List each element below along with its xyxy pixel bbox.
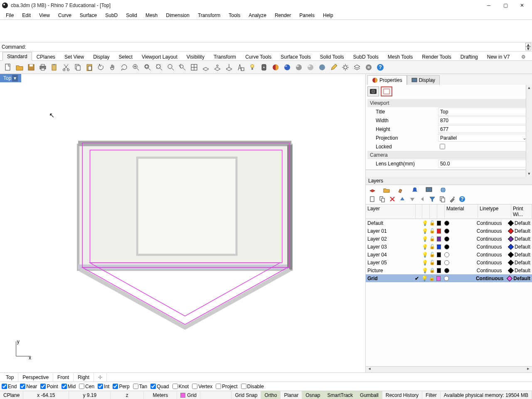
status-toggle-gumball[interactable]: Gumball bbox=[357, 391, 382, 399]
layer-printwidth[interactable]: Default bbox=[507, 243, 532, 251]
layer-printwidth[interactable]: Default bbox=[507, 235, 532, 243]
status-toggle-filter[interactable]: Filter bbox=[422, 391, 441, 399]
col-linetype[interactable]: Linetype bbox=[478, 204, 511, 219]
layer-linetype[interactable]: Continuous bbox=[475, 219, 507, 227]
undo-icon[interactable] bbox=[96, 62, 106, 73]
layer-linetype[interactable]: Continuous bbox=[474, 274, 506, 282]
layer-lock-icon[interactable]: 🔓 bbox=[428, 259, 435, 266]
layer-printwidth[interactable]: Default bbox=[507, 259, 532, 266]
osnap-int[interactable]: Int bbox=[98, 384, 109, 389]
menu-solid[interactable]: Solid bbox=[122, 12, 141, 19]
zoom-extents-icon[interactable] bbox=[154, 62, 165, 73]
menu-panels[interactable]: Panels bbox=[295, 12, 319, 19]
status-cplane[interactable]: CPlane bbox=[0, 391, 23, 399]
tab-properties[interactable]: Properties bbox=[367, 75, 407, 85]
prop-locked-checkbox[interactable] bbox=[440, 144, 445, 149]
status-toggle-smarttrack[interactable]: SmartTrack bbox=[324, 391, 357, 399]
menu-analyze[interactable]: Analyze bbox=[244, 12, 271, 19]
layer-color-swatch[interactable] bbox=[435, 235, 443, 243]
tooltab-curvetools[interactable]: Curve Tools bbox=[241, 52, 276, 61]
layer-lock-icon[interactable]: 🔓 bbox=[428, 243, 435, 251]
properties-scrollbar[interactable]: ▲▼ bbox=[526, 85, 532, 177]
tooltab-display[interactable]: Display bbox=[89, 52, 114, 61]
prop-projection-select[interactable]: Parallel⌄ bbox=[438, 134, 529, 142]
osnap-int-checkbox[interactable] bbox=[98, 384, 103, 389]
tooltab-meshtools[interactable]: Mesh Tools bbox=[383, 52, 417, 61]
menu-surface[interactable]: Surface bbox=[76, 12, 101, 19]
status-toggle-recordhistory[interactable]: Record History bbox=[382, 391, 422, 399]
layer-open-icon[interactable] bbox=[383, 187, 390, 193]
osnap-perp[interactable]: Perp bbox=[113, 384, 129, 389]
osnap-quad-checkbox[interactable] bbox=[150, 384, 156, 389]
layers-icon[interactable] bbox=[352, 62, 362, 73]
layer-visible-icon[interactable]: 💡 bbox=[420, 227, 428, 235]
set-cplane-origin-icon[interactable] bbox=[224, 62, 234, 73]
col-layer[interactable]: Layer bbox=[366, 204, 416, 219]
layer-lock-icon[interactable]: 🔓 bbox=[428, 227, 435, 235]
zoom-selected-icon[interactable] bbox=[165, 62, 176, 73]
osnap-end-checkbox[interactable] bbox=[2, 384, 7, 389]
render-icon[interactable] bbox=[270, 62, 281, 73]
layer-row[interactable]: Default💡🔓ContinuousDefault bbox=[366, 219, 532, 227]
layer-current-icon[interactable] bbox=[414, 227, 421, 235]
layer-current-icon[interactable]: ✔ bbox=[413, 274, 420, 282]
layer-lock-icon[interactable]: 🔒 bbox=[428, 266, 435, 274]
osnap-disable[interactable]: Disable bbox=[241, 384, 264, 389]
command-history-spinner[interactable]: ▲▼ bbox=[525, 43, 531, 50]
prop-lens-value[interactable]: 50.0 bbox=[438, 160, 529, 167]
viewport-top[interactable]: y x ↖ bbox=[0, 82, 365, 372]
layer-notify-icon[interactable] bbox=[411, 187, 418, 193]
layer-row[interactable]: Grid✔💡🔓ContinuousDefault bbox=[366, 274, 532, 282]
cut-icon[interactable] bbox=[61, 62, 71, 73]
rotate-view-icon[interactable] bbox=[119, 62, 130, 73]
menu-edit[interactable]: Edit bbox=[18, 12, 35, 19]
layer-material[interactable] bbox=[442, 274, 474, 282]
layer-brush-icon[interactable] bbox=[397, 187, 404, 193]
tooltab-subdtools[interactable]: SubD Tools bbox=[349, 52, 383, 61]
tooltab-rendertools[interactable]: Render Tools bbox=[417, 52, 456, 61]
prop-title-value[interactable]: Top bbox=[438, 108, 529, 116]
layer-color-swatch[interactable] bbox=[435, 274, 442, 282]
help-icon[interactable]: ? bbox=[375, 62, 386, 73]
layer-row[interactable]: Layer 04💡🔓ContinuousDefault bbox=[366, 251, 532, 259]
tooltab-setview[interactable]: Set View bbox=[60, 52, 89, 61]
layer-material[interactable] bbox=[443, 251, 475, 259]
tooltab-standard[interactable]: Standard bbox=[2, 52, 32, 61]
menu-tools[interactable]: Tools bbox=[224, 12, 244, 19]
osnap-vertex-checkbox[interactable] bbox=[192, 384, 197, 389]
layer-color-swatch[interactable] bbox=[435, 251, 443, 259]
layer-printwidth[interactable]: Default bbox=[507, 251, 532, 259]
layer-linetype[interactable]: Continuous bbox=[475, 259, 507, 266]
osnap-point-checkbox[interactable] bbox=[40, 384, 46, 389]
col-material[interactable]: Material bbox=[445, 204, 478, 219]
menu-mesh[interactable]: Mesh bbox=[141, 12, 162, 19]
layer-material[interactable] bbox=[443, 227, 475, 235]
layer-current-icon[interactable] bbox=[414, 219, 421, 227]
menu-help[interactable]: Help bbox=[319, 12, 337, 19]
tooltab-transform[interactable]: Transform bbox=[209, 52, 241, 61]
osnap-near-checkbox[interactable] bbox=[20, 384, 25, 389]
osnap-mid[interactable]: Mid bbox=[62, 384, 76, 389]
layer-linetype[interactable]: Continuous bbox=[475, 251, 507, 259]
layer-copy-icon[interactable] bbox=[439, 196, 446, 202]
object-material-button[interactable] bbox=[381, 86, 392, 96]
osnap-knot[interactable]: Knot bbox=[172, 384, 189, 389]
viewport-properties-button[interactable] bbox=[367, 86, 379, 96]
tooltab-select[interactable]: Select bbox=[114, 52, 137, 61]
layer-tools-icon[interactable] bbox=[449, 196, 456, 202]
menu-transform[interactable]: Transform bbox=[194, 12, 224, 19]
viewtab-perspective[interactable]: Perspective bbox=[18, 373, 53, 382]
viewtab-top[interactable]: Top bbox=[2, 373, 18, 382]
layer-delete-icon[interactable] bbox=[389, 196, 396, 202]
layer-row[interactable]: Layer 05💡🔓ContinuousDefault bbox=[366, 259, 532, 266]
properties-icon[interactable] bbox=[363, 62, 374, 73]
osnap-mid-checkbox[interactable] bbox=[62, 384, 67, 389]
osnap-point[interactable]: Point bbox=[40, 384, 58, 389]
viewtab-right[interactable]: Right bbox=[74, 373, 94, 382]
layer-color-swatch[interactable] bbox=[435, 266, 443, 274]
layer-visible-icon[interactable]: 💡 bbox=[420, 219, 428, 227]
layer-visible-icon[interactable]: 💡 bbox=[420, 266, 428, 274]
layer-lock-icon[interactable]: 🔓 bbox=[427, 274, 435, 282]
layer-material[interactable] bbox=[443, 235, 475, 243]
ghosted-icon[interactable] bbox=[305, 62, 316, 73]
